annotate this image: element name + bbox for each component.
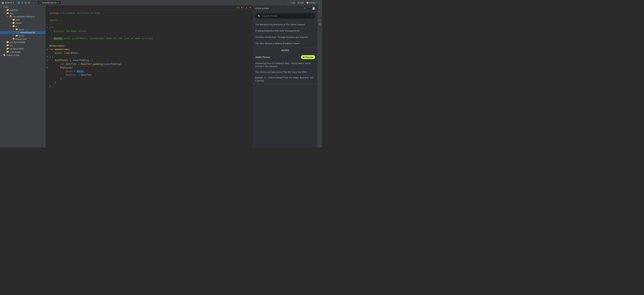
grid-icon[interactable]: ⊞ — [319, 23, 321, 26]
code-line: ▼ ) { — [46, 55, 253, 59]
tab-homescreen[interactable]: K HomeScreen.kt ✕ — [38, 1, 61, 4]
minus-zoom-icon[interactable]: − — [319, 15, 320, 18]
panel-toolbar: ✏ 📱 💾 — [304, 7, 315, 10]
tree-item-res[interactable]: ▸ 📁 res — [0, 44, 46, 47]
gradle-icon: 🐘 — [3, 54, 6, 56]
nav-down-btn[interactable]: ▼ — [249, 6, 251, 9]
folder-icon: 📁 — [16, 28, 18, 31]
folder-icon: 📁 — [6, 44, 9, 47]
article-item[interactable]: The Wonderful Architectures of This Wint… — [253, 22, 318, 28]
checkmark-icon: ✓ — [318, 1, 320, 4]
tree-item-theme[interactable]: ▸ 📁 theme — [0, 34, 46, 37]
code-line: posts = posts, — [46, 70, 253, 73]
tree-item-gradle[interactable]: ▸ 🐘 Gradle Scripts — [0, 53, 46, 57]
expand-arrow: ▸ — [10, 22, 12, 24]
search-section: 🔍 ⋮ — [253, 12, 318, 21]
tree-item-package[interactable]: ▾ 📦 com.example.hellonews — [0, 15, 46, 18]
more-articles-btn[interactable]: MORE — [253, 48, 318, 53]
tree-item-manifests[interactable]: ▸ 📁 manifests — [0, 8, 46, 12]
expand-arrow: ▾ — [13, 29, 15, 31]
audio-item[interactable]: Wondering Hour: A Childhood Story, Grizz… — [255, 61, 315, 69]
folder-icon: 📁 — [12, 25, 15, 27]
play-icon: ▶ — [303, 56, 305, 58]
article-item[interactable]: The New Method to Making Breakfast Crepe… — [253, 40, 318, 47]
fold-toggle[interactable]: ▼ — [46, 55, 48, 59]
fold-gutter — [46, 12, 48, 15]
audio-section: Audio Stories ▶ Play All Wondering Hour:… — [253, 53, 318, 84]
code-line: } — [46, 81, 253, 84]
cursor-icon[interactable]: ↖ — [319, 6, 321, 9]
audio-item[interactable]: Episode 11 - Science Based Tools For Sle… — [255, 75, 315, 83]
split-view-btn[interactable]: ⊟ Split — [298, 2, 304, 4]
code-line: */ — [46, 41, 253, 44]
fold-toggle[interactable]: ▼ — [46, 26, 48, 30]
package-icon: 📦 — [9, 15, 12, 18]
warnings-badge: ⚠ 5 — [236, 7, 240, 9]
audio-item[interactable]: The Stories and Adventures That We Carry… — [255, 69, 315, 75]
folder-icon: 📁 — [6, 12, 9, 15]
platform-label: 🤖 Android ▾ — [2, 2, 14, 4]
article-item[interactable]: Creating Butterflies With New Transparen… — [253, 28, 318, 34]
code-line: package com.example.hellonews.ui.home — [46, 12, 253, 15]
tab-file-icon: K — [40, 2, 41, 4]
android-icon: 🤖 — [2, 2, 4, 4]
code-line: } — [46, 84, 253, 88]
code-line — [46, 23, 253, 26]
edit-icon[interactable]: ✏ — [304, 7, 306, 10]
code-view-btn[interactable]: ⬛ Code — [287, 2, 295, 4]
code-line: * — [46, 33, 253, 37]
tree-item-data[interactable]: ▸ 📁 data — [0, 18, 46, 21]
audio-header: Audio Stories ▶ Play All — [255, 55, 315, 59]
globe-icon[interactable]: 🌐 — [17, 1, 20, 4]
activity-icon: 🎯 — [12, 38, 15, 40]
code-line: ▼ /** — [46, 26, 253, 30]
tree-item-homescreen-kt[interactable]: K HomeScreen.kt — [0, 31, 46, 34]
expand-arrow: ▸ — [4, 45, 6, 46]
titlebar: 🤖 Android ▾ 🌐 ☰ ⊟ ⚙ — K HomeScreen.kt ✕ … — [0, 0, 322, 5]
split-icon[interactable]: ⊟ — [25, 1, 27, 4]
code-line — [46, 15, 253, 19]
expand-arrow: ▾ — [1, 6, 3, 8]
code-line: import ... — [46, 19, 253, 22]
search-icon: 🔍 — [258, 15, 261, 18]
app-icon: ▪ — [3, 6, 4, 8]
design-view-btn[interactable]: 🎨 Design — [306, 2, 316, 4]
tree-item-ui-packages[interactable]: 📁 ui-packages — [0, 50, 46, 53]
editor-toolbar: ⚠ 5 ⬆ 1 ▲ ▼ — [46, 5, 253, 10]
search-more-icon[interactable]: ⋮ — [310, 15, 313, 18]
tree-item-model[interactable]: ▸ 📁 model — [0, 21, 46, 25]
tab-close-btn[interactable]: ✕ — [58, 2, 59, 4]
tree-item-app[interactable]: ▾ ▪ app — [0, 5, 46, 8]
fold-toggle[interactable]: ▼ — [46, 48, 48, 52]
fold-toggle[interactable]: ▼ — [46, 66, 48, 70]
expand-arrow: ▸ — [13, 35, 15, 37]
folder-icon: 📁 — [6, 41, 9, 43]
play-all-btn[interactable]: ▶ Play All — [301, 55, 315, 59]
tree-item-res-generated[interactable]: 📁 res (generated) — [0, 47, 46, 50]
panel-header: Home screen ✏ 📱 💾 — [253, 5, 318, 12]
code-content-area[interactable]: package com.example.hellonews.ui.home im… — [46, 10, 253, 148]
save-icon[interactable]: 💾 — [312, 7, 315, 10]
article-item[interactable]: Timeless Architecture, Through Decades a… — [253, 34, 318, 40]
plus-icon[interactable]: + — [319, 11, 320, 13]
settings-icon[interactable]: ⚙ — [28, 1, 30, 4]
list-icon[interactable]: ☰ — [21, 1, 24, 4]
tree-item-home[interactable]: ▾ 📁 home — [0, 28, 46, 31]
audio-title: Audio Stories — [255, 56, 270, 59]
phone-icon[interactable]: 📱 — [308, 7, 310, 10]
tree-item-ui[interactable]: ▾ 📁 ui — [0, 25, 46, 28]
fold-toggle[interactable]: ▼ — [46, 59, 48, 62]
folder-icon: 📁 — [6, 9, 9, 11]
tree-item-java[interactable]: ▾ 📁 java — [0, 12, 46, 15]
expand-arrow: ▸ — [4, 41, 6, 43]
minus-icon[interactable]: — — [31, 1, 34, 4]
main-area: ▾ ▪ app ▸ 📁 manifests ▾ 📁 java ▾ 📦 com.e… — [0, 5, 322, 148]
ratio-icon[interactable]: 1:1 — [318, 19, 321, 21]
search-articles-input[interactable] — [262, 15, 309, 17]
tree-item-java-generated[interactable]: ▸ 📁 java (generated) — [0, 41, 46, 44]
platform-dropdown-icon[interactable]: ▾ — [13, 2, 14, 4]
tree-item-mainactivity[interactable]: 🎯 MainActivity — [0, 37, 46, 41]
nav-up-btn[interactable]: ▲ — [245, 6, 248, 9]
code-editor[interactable]: ⚠ 5 ⬆ 1 ▲ ▼ package com.example.hellonew… — [46, 5, 253, 148]
code-line: ▼ PostList( — [46, 66, 253, 70]
